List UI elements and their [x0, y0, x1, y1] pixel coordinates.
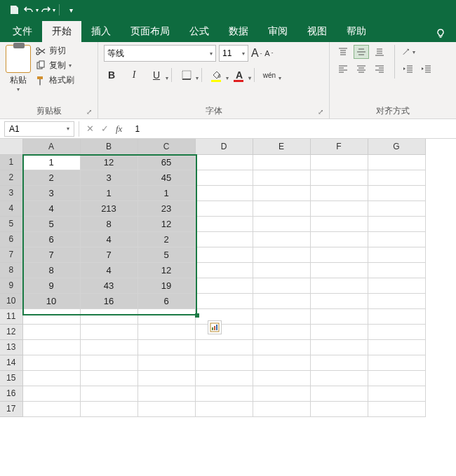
cell[interactable] [310, 170, 368, 185]
tab-review[interactable]: 审阅 [258, 21, 297, 42]
row-header[interactable]: 11 [0, 308, 22, 324]
cell[interactable] [310, 200, 368, 216]
cell[interactable] [195, 200, 253, 216]
cell[interactable]: 12 [80, 154, 138, 170]
cell[interactable] [368, 185, 425, 200]
cell[interactable] [253, 231, 310, 247]
row-header[interactable]: 8 [0, 262, 22, 278]
cell[interactable] [253, 185, 310, 200]
cell[interactable] [195, 185, 253, 200]
cell[interactable] [195, 339, 253, 355]
cell[interactable] [368, 339, 425, 355]
cell[interactable]: 9 [22, 278, 80, 293]
orientation-button[interactable]: ▾ [401, 45, 416, 59]
cell[interactable] [368, 231, 425, 247]
cell[interactable] [368, 154, 425, 170]
cell[interactable] [195, 355, 253, 370]
cell[interactable] [80, 308, 138, 324]
row-header[interactable]: 13 [0, 339, 22, 355]
name-box[interactable]: A1 ▾ [4, 121, 74, 137]
cell[interactable]: 3 [22, 185, 80, 200]
cell[interactable] [22, 386, 80, 401]
cell[interactable]: 1 [138, 185, 195, 200]
worksheet-grid[interactable]: ABCDEFG111265223453311442132355812664277… [0, 139, 456, 417]
tab-home[interactable]: 开始 [42, 21, 81, 42]
cell[interactable] [368, 308, 425, 324]
cell[interactable]: 8 [80, 216, 138, 231]
cell[interactable] [310, 401, 368, 416]
row-header[interactable]: 12 [0, 324, 22, 339]
row-header[interactable]: 5 [0, 216, 22, 231]
cell[interactable] [80, 401, 138, 416]
cell[interactable] [138, 324, 195, 339]
cell[interactable] [195, 154, 253, 170]
cell[interactable] [368, 293, 425, 308]
row-header[interactable]: 6 [0, 231, 22, 247]
cell[interactable] [368, 262, 425, 278]
row-header[interactable]: 2 [0, 170, 22, 185]
cell[interactable]: 23 [138, 200, 195, 216]
cell[interactable]: 19 [138, 278, 195, 293]
column-header[interactable]: C [138, 139, 195, 154]
cell[interactable] [368, 355, 425, 370]
font-color-button[interactable]: A ▾ [232, 67, 247, 83]
row-header[interactable]: 4 [0, 200, 22, 216]
cell[interactable] [368, 278, 425, 293]
cell[interactable] [80, 324, 138, 339]
row-header[interactable]: 17 [0, 401, 22, 416]
cell[interactable]: 12 [138, 262, 195, 278]
cell[interactable]: 5 [138, 247, 195, 262]
cell[interactable] [253, 216, 310, 231]
cell[interactable] [195, 170, 253, 185]
cell[interactable] [368, 386, 425, 401]
cell[interactable]: 4 [22, 200, 80, 216]
cell[interactable] [195, 308, 253, 324]
cell[interactable] [310, 154, 368, 170]
row-header[interactable]: 1 [0, 154, 22, 170]
align-left-button[interactable] [335, 62, 351, 76]
cell[interactable] [310, 355, 368, 370]
cell[interactable] [138, 401, 195, 416]
tab-insert[interactable]: 插入 [81, 21, 121, 42]
copy-button[interactable]: 复制 ▾ [35, 60, 74, 72]
cell[interactable]: 45 [138, 170, 195, 185]
cell[interactable] [195, 293, 253, 308]
enter-icon[interactable]: ✓ [101, 123, 109, 134]
align-center-button[interactable] [354, 62, 369, 76]
bold-button[interactable]: B [104, 67, 119, 83]
cell[interactable] [310, 247, 368, 262]
cell[interactable] [22, 355, 80, 370]
tab-data[interactable]: 数据 [219, 21, 258, 42]
cell[interactable] [80, 339, 138, 355]
cell[interactable] [195, 278, 253, 293]
cell[interactable]: 213 [80, 200, 138, 216]
cell[interactable] [253, 293, 310, 308]
cell[interactable] [253, 370, 310, 386]
tab-file[interactable]: 文件 [3, 21, 42, 42]
row-header[interactable]: 9 [0, 278, 22, 293]
row-header[interactable]: 7 [0, 247, 22, 262]
cell[interactable] [253, 401, 310, 416]
cell[interactable] [195, 324, 253, 339]
cell[interactable] [310, 308, 368, 324]
font-name-select[interactable]: 等线 ▾ [104, 45, 216, 62]
quick-analysis-button[interactable] [208, 320, 222, 334]
cell[interactable]: 6 [22, 231, 80, 247]
underline-button[interactable]: U▾ [149, 67, 164, 83]
cell[interactable] [253, 154, 310, 170]
row-header[interactable]: 10 [0, 293, 22, 308]
cell[interactable] [80, 370, 138, 386]
cell[interactable] [368, 401, 425, 416]
chevron-down-icon[interactable]: ▾ [17, 86, 20, 93]
cancel-icon[interactable]: ✕ [86, 123, 94, 134]
tab-help[interactable]: 帮助 [337, 21, 376, 42]
tab-formulas[interactable]: 公式 [180, 21, 219, 42]
cell[interactable] [22, 339, 80, 355]
formula-input[interactable] [129, 121, 456, 137]
cell[interactable] [310, 293, 368, 308]
cell[interactable] [310, 231, 368, 247]
cell[interactable]: 6 [138, 293, 195, 308]
cell[interactable]: 5 [22, 216, 80, 231]
cell[interactable] [22, 401, 80, 416]
clipboard-launcher-icon[interactable]: ⤢ [86, 108, 92, 116]
